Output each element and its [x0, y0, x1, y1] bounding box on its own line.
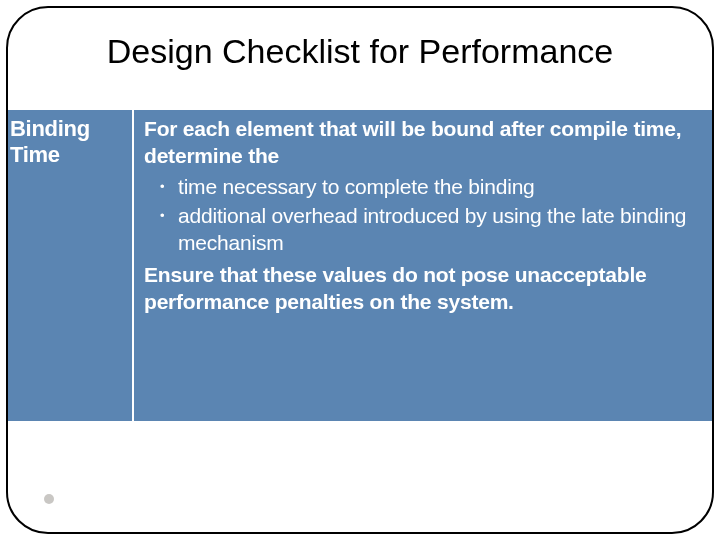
decorative-dot: [44, 494, 54, 504]
list-item: additional overhead introduced by using …: [144, 203, 702, 257]
list-item: time necessary to complete the binding: [144, 174, 702, 201]
table-row: Binding Time For each element that will …: [6, 108, 714, 423]
row-label-cell: Binding Time: [6, 110, 134, 421]
row-content-cell: For each element that will be bound afte…: [134, 110, 714, 421]
checklist-table: Binding Time For each element that will …: [6, 108, 714, 423]
row-conclusion: Ensure that these values do not pose una…: [144, 262, 702, 316]
row-label: Binding Time: [10, 116, 124, 168]
row-bullet-list: time necessary to complete the binding a…: [144, 174, 702, 257]
slide-title: Design Checklist for Performance: [8, 32, 712, 71]
row-intro: For each element that will be bound afte…: [144, 116, 702, 170]
slide-frame: Design Checklist for Performance Binding…: [6, 6, 714, 534]
